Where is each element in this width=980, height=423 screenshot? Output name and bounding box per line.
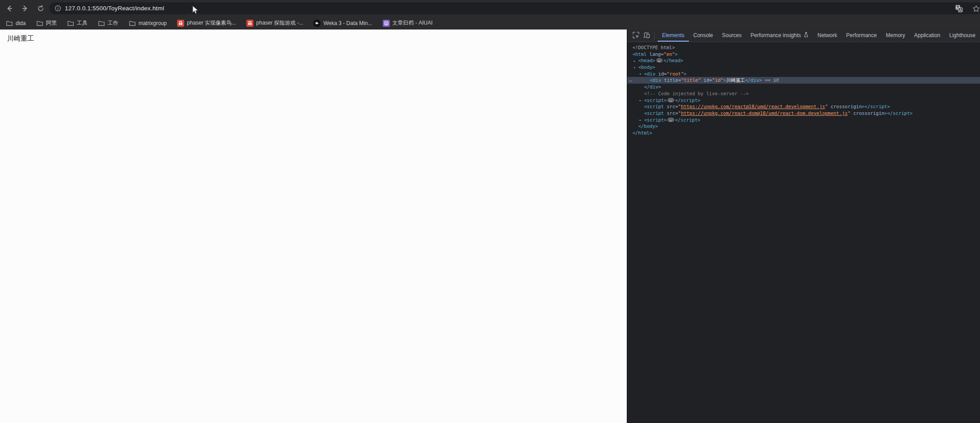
bookmark-item[interactable]: 工具 bbox=[67, 19, 88, 27]
bookmark-label: 工具 bbox=[77, 19, 88, 27]
site-info-icon[interactable] bbox=[54, 4, 62, 13]
bookmark-label: phaser 实现像素鸟... bbox=[187, 19, 236, 27]
collapsed-content-ellipsis[interactable]: … bbox=[656, 58, 663, 63]
devtools-panel: ElementsConsoleSourcesPerformance insigh… bbox=[627, 30, 980, 423]
elements-tree: <!DOCTYPE html><html lang="en">▸<head>…<… bbox=[627, 42, 980, 423]
devtools-tabs: ElementsConsoleSourcesPerformance insigh… bbox=[658, 30, 980, 42]
browser-window: 127.0.0.1:5500/ToyReact/index.html dida bbox=[0, 0, 980, 423]
toolbar-divider bbox=[654, 32, 655, 39]
bookmark-item[interactable]: matrixgroup bbox=[129, 20, 167, 27]
code-line[interactable]: ▾<body> bbox=[627, 64, 980, 71]
folder-icon bbox=[67, 20, 74, 27]
code-line[interactable]: ▸<script>…</script> bbox=[627, 117, 980, 123]
bookmark-item[interactable]: phaser 实现像素鸟... bbox=[177, 19, 236, 27]
code-line[interactable]: </div> bbox=[627, 84, 980, 90]
page-root-text: 川崎重工 bbox=[7, 34, 627, 43]
forward-arrow-icon bbox=[21, 5, 29, 12]
tab-console[interactable]: Console bbox=[689, 30, 718, 42]
bookmark-label: Weka 3 - Data Min... bbox=[323, 20, 372, 26]
tab-lighthouse[interactable]: Lighthouse bbox=[945, 30, 980, 42]
collapsed-content-ellipsis[interactable]: … bbox=[667, 98, 674, 102]
code-line[interactable]: <script src="https://unpkg.com/react-dom… bbox=[627, 110, 980, 117]
bookmark-label: 阿里 bbox=[46, 19, 57, 27]
aiuai-icon bbox=[383, 20, 390, 27]
code-line[interactable]: <html lang="en"> bbox=[627, 51, 980, 58]
code-line[interactable]: </html> bbox=[627, 130, 980, 136]
bookmark-star-icon[interactable] bbox=[971, 4, 980, 13]
reload-button[interactable] bbox=[34, 2, 47, 15]
folder-icon bbox=[129, 20, 136, 27]
jianshu-icon bbox=[177, 20, 184, 27]
back-arrow-icon bbox=[6, 5, 13, 12]
bookmark-item[interactable]: 阿里 bbox=[36, 19, 57, 27]
code-line[interactable]: </body> bbox=[627, 123, 980, 130]
tab-performance[interactable]: Performance bbox=[842, 30, 882, 42]
code-line[interactable]: <!-- Code injected by live-server --> bbox=[627, 90, 980, 97]
tab-sources[interactable]: Sources bbox=[718, 30, 746, 42]
inspect-element-button[interactable] bbox=[631, 30, 642, 42]
code-line[interactable]: ▸<script>…</script> bbox=[627, 97, 980, 104]
bookmark-label: 文章归档 - AIUAI bbox=[393, 19, 433, 27]
inspect-cursor-icon bbox=[632, 31, 640, 40]
bookmark-item[interactable]: 工作 bbox=[98, 19, 118, 27]
translate-icon[interactable] bbox=[954, 4, 964, 13]
folder-icon bbox=[6, 20, 13, 27]
weka-icon bbox=[313, 20, 321, 27]
bookmark-label: 工作 bbox=[108, 19, 118, 27]
code-line[interactable]: <!DOCTYPE html> bbox=[627, 44, 980, 51]
device-toolbar-button[interactable] bbox=[642, 30, 652, 42]
folder-icon bbox=[36, 20, 43, 27]
folder-icon bbox=[98, 20, 105, 27]
devtools-tab-bar: ElementsConsoleSourcesPerformance insigh… bbox=[627, 30, 980, 42]
bookmark-item[interactable]: dida bbox=[6, 20, 26, 27]
back-button[interactable] bbox=[3, 2, 16, 15]
bookmark-item[interactable]: 文章归档 - AIUAI bbox=[383, 19, 433, 27]
line-actions-ellipsis[interactable]: … bbox=[629, 77, 632, 84]
bookmarks-bar: dida 阿里 工具 工作 matrixgroup phaser 实现像素鸟..… bbox=[0, 17, 980, 30]
tab-memory[interactable]: Memory bbox=[881, 30, 909, 42]
bookmark-label: matrixgroup bbox=[139, 20, 167, 26]
collapsed-content-ellipsis[interactable]: … bbox=[667, 118, 674, 122]
bookmark-label: phaser 探险游戏 -... bbox=[256, 19, 303, 27]
url-bar[interactable]: 127.0.0.1:5500/ToyReact/index.html bbox=[49, 2, 980, 14]
bookmark-label: dida bbox=[16, 20, 26, 26]
code-line-selected[interactable]: …<div title="title" id="id">川崎重工</div> =… bbox=[627, 77, 980, 84]
reload-icon bbox=[37, 5, 44, 12]
bookmark-item[interactable]: Weka 3 - Data Min... bbox=[313, 20, 372, 27]
tab-performance-insights[interactable]: Performance insights bbox=[746, 30, 813, 42]
code-line[interactable]: ▸<head>…</head> bbox=[627, 57, 980, 64]
forward-button[interactable] bbox=[19, 2, 31, 15]
url-text: 127.0.0.1:5500/ToyReact/index.html bbox=[65, 5, 164, 12]
flask-icon bbox=[803, 32, 809, 39]
page-viewport: 川崎重工 bbox=[0, 30, 627, 423]
code-line[interactable]: <script src="https://unpkg.com/react@18/… bbox=[627, 103, 980, 110]
jianshu-icon bbox=[246, 20, 253, 27]
tab-network[interactable]: Network bbox=[813, 30, 842, 42]
code-line[interactable]: ▾<div id="root"> bbox=[627, 71, 980, 77]
tab-application[interactable]: Application bbox=[910, 30, 945, 42]
device-toolbar-icon bbox=[643, 31, 651, 40]
bookmark-item[interactable]: phaser 探险游戏 -... bbox=[246, 19, 303, 27]
content-area: 川崎重工 bbox=[0, 30, 980, 423]
browser-toolbar: 127.0.0.1:5500/ToyReact/index.html bbox=[0, 0, 980, 17]
tab-elements[interactable]: Elements bbox=[658, 30, 689, 42]
